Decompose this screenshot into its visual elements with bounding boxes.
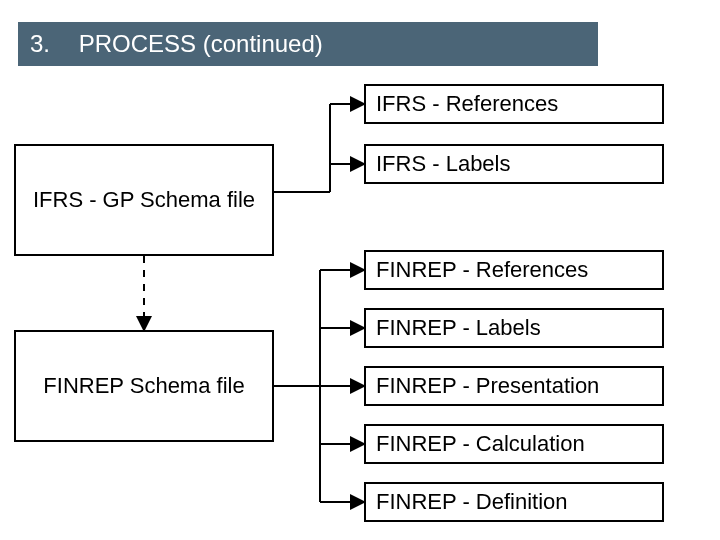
node-ifrs-references: IFRS - References	[364, 84, 664, 124]
section-header: 3. PROCESS (continued)	[18, 22, 598, 66]
node-label: IFRS - GP Schema file	[33, 187, 255, 213]
node-label: IFRS - Labels	[376, 151, 511, 177]
node-finrep-definition: FINREP - Definition	[364, 482, 664, 522]
node-label: FINREP - Definition	[376, 489, 568, 515]
node-finrep-labels: FINREP - Labels	[364, 308, 664, 348]
section-number: 3.	[30, 22, 72, 66]
node-label: FINREP - Presentation	[376, 373, 599, 399]
node-ifrs-labels: IFRS - Labels	[364, 144, 664, 184]
node-label: FINREP - References	[376, 257, 588, 283]
section-title: PROCESS (continued)	[79, 30, 323, 57]
node-label: FINREP Schema file	[43, 373, 244, 399]
node-finrep-presentation: FINREP - Presentation	[364, 366, 664, 406]
node-label: FINREP - Labels	[376, 315, 541, 341]
node-finrep-calculation: FINREP - Calculation	[364, 424, 664, 464]
node-finrep-schema: FINREP Schema file	[14, 330, 274, 442]
node-label: FINREP - Calculation	[376, 431, 585, 457]
node-finrep-references: FINREP - References	[364, 250, 664, 290]
node-ifrs-gp-schema: IFRS - GP Schema file	[14, 144, 274, 256]
diagram-stage: 3. PROCESS (continued) IFRS - GP Schema …	[0, 0, 720, 540]
node-label: IFRS - References	[376, 91, 558, 117]
